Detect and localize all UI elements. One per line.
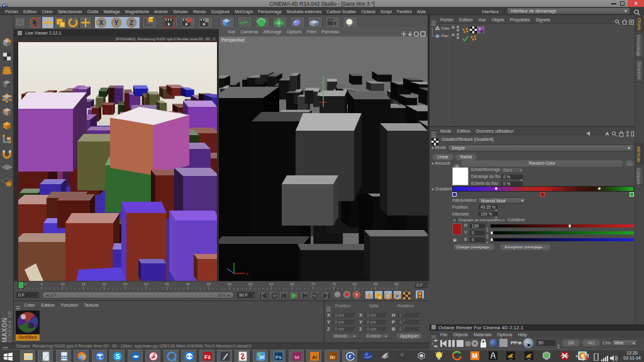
svg-text:80: 80 — [353, 282, 357, 286]
svg-text:10: 10 — [60, 282, 65, 286]
svg-text:3ds: 3ds — [509, 358, 513, 361]
svg-text:0: 0 — [24, 282, 26, 286]
svg-text:Ai: Ai — [312, 354, 317, 360]
svg-text:60: 60 — [269, 282, 274, 286]
svg-text:45: 45 — [206, 282, 211, 286]
svg-text:X: X — [99, 19, 104, 26]
svg-text:P: P — [396, 293, 399, 299]
svg-text:X: X — [246, 272, 248, 276]
svg-text:5: 5 — [41, 282, 43, 286]
svg-text:Y: Y — [114, 19, 119, 26]
svg-text:Ps: Ps — [275, 354, 282, 360]
svg-text:75: 75 — [332, 282, 336, 286]
svg-text:70: 70 — [311, 282, 315, 286]
svg-text:40: 40 — [186, 282, 190, 286]
svg-text:Z: Z — [130, 19, 133, 26]
svg-text:25: 25 — [123, 282, 128, 286]
svg-text:Sf: Sf — [259, 354, 265, 360]
svg-text:20: 20 — [102, 282, 106, 286]
svg-text:35: 35 — [165, 282, 169, 286]
svg-text:50: 50 — [228, 282, 232, 286]
svg-text:55: 55 — [248, 282, 253, 286]
svg-text:Fz: Fz — [204, 354, 211, 360]
svg-text:Id: Id — [294, 354, 299, 360]
svg-text:M: M — [472, 353, 477, 359]
svg-text:Br: Br — [330, 354, 335, 360]
svg-text:85: 85 — [374, 282, 378, 286]
svg-text:15: 15 — [81, 282, 86, 286]
svg-text:90: 90 — [394, 282, 399, 286]
svg-text:3ds: 3ds — [527, 358, 531, 361]
svg-text:65: 65 — [290, 282, 294, 286]
svg-text:30: 30 — [144, 282, 148, 286]
svg-text:S: S — [116, 353, 120, 360]
